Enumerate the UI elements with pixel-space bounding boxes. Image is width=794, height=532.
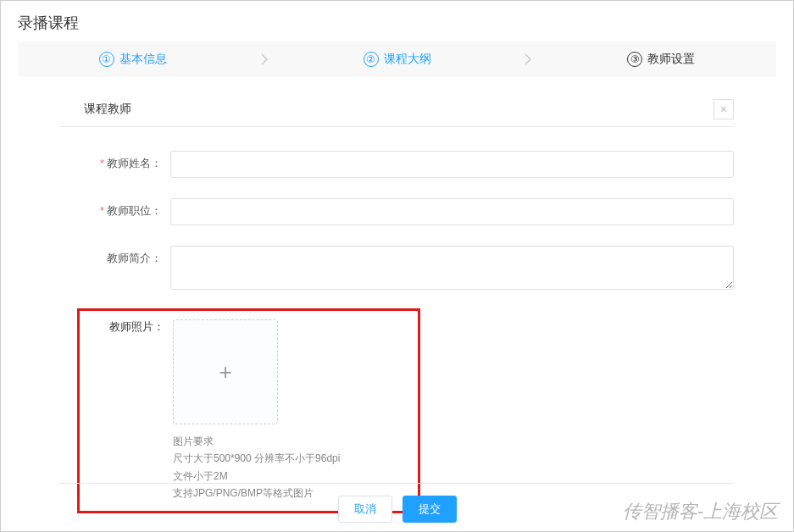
step-num-3: ③: [627, 52, 642, 67]
teacher-name-input[interactable]: [170, 151, 734, 178]
footer-actions: 取消 提交: [60, 483, 734, 523]
submit-button[interactable]: 提交: [403, 496, 457, 523]
label-teacher-title: *教师职位：: [60, 198, 170, 219]
step-chevron-icon: [248, 53, 282, 65]
page-title: 录播课程: [1, 1, 793, 42]
hint-title: 图片要求: [173, 433, 411, 450]
step-chevron-icon: [512, 53, 546, 65]
row-teacher-name: *教师姓名：: [60, 151, 734, 178]
label-teacher-name: *教师姓名：: [60, 151, 170, 171]
plus-icon: +: [219, 361, 231, 383]
label-teacher-intro: 教师简介：: [60, 246, 170, 266]
section-title: 课程教师: [60, 102, 131, 117]
row-teacher-photo: 教师照片： + 图片要求 尺寸大于500*900 分辨率不小于96dpi 文件小…: [83, 319, 411, 502]
section-header: 课程教师 ×: [60, 92, 734, 127]
steps-bar: ① 基本信息 ② 课程大纲 ③ 教师设置: [18, 42, 776, 77]
step-label: 教师设置: [647, 52, 695, 67]
teacher-intro-textarea[interactable]: [170, 246, 734, 290]
hint-line: 尺寸大于500*900 分辨率不小于96dpi: [173, 450, 411, 467]
step-num-2: ②: [364, 52, 379, 67]
cancel-button[interactable]: 取消: [338, 496, 392, 523]
teacher-section: 课程教师 × *教师姓名： *教师职位： 教师简介： 教师照片：: [60, 92, 734, 513]
step-label: 基本信息: [119, 52, 167, 67]
label-teacher-photo: 教师照片：: [83, 319, 173, 335]
row-teacher-title: *教师职位：: [60, 198, 734, 225]
close-icon: ×: [720, 103, 727, 116]
close-button[interactable]: ×: [713, 99, 734, 119]
photo-upload-box[interactable]: +: [173, 319, 278, 424]
step-num-1: ①: [99, 52, 114, 67]
teacher-form: *教师姓名： *教师职位： 教师简介： 教师照片： +: [60, 127, 734, 513]
row-teacher-intro: 教师简介：: [60, 246, 734, 293]
teacher-title-input[interactable]: [170, 198, 734, 225]
step-basic-info[interactable]: ① 基本信息: [18, 52, 248, 67]
step-teacher-settings[interactable]: ③ 教师设置: [546, 52, 776, 67]
step-course-outline[interactable]: ② 课程大纲: [282, 52, 513, 67]
step-label: 课程大纲: [384, 52, 431, 67]
